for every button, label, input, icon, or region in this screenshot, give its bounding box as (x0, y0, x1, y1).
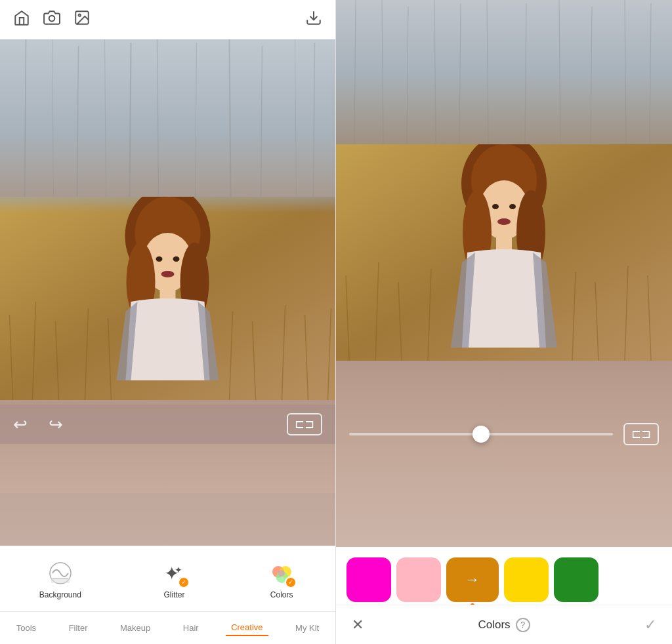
top-toolbar (0, 0, 335, 39)
right-panel: ⊏⊐ → ✕ Colors ? ✓ (336, 0, 672, 644)
glitter-icon: ✦ ✦ ⋆ ✓ (160, 559, 189, 588)
camera-icon[interactable] (43, 9, 60, 30)
color-swatch-magenta[interactable] (346, 557, 391, 602)
photo-person-right (336, 144, 672, 361)
photo-area-left: ↩ ↪ ⊏⊐ (0, 39, 335, 546)
tab-creative[interactable]: Creative (226, 620, 268, 636)
home-icon[interactable] (13, 9, 30, 30)
colors-label: Colors (270, 590, 293, 599)
left-panel: ↩ ↪ ⊏⊐ Background (0, 0, 336, 644)
svg-point-47 (278, 570, 285, 576)
bottom-tabs: Tools Filter Makeup Hair Creative My Kit (0, 611, 335, 644)
tab-hair[interactable]: Hair (178, 620, 204, 635)
glitter-label: Glitter (163, 590, 184, 599)
tool-colors[interactable]: ✓ Colors (267, 559, 296, 599)
tab-filter[interactable]: Filter (64, 620, 93, 635)
colors-title: Colors (478, 618, 510, 632)
svg-rect-48 (336, 0, 672, 144)
background-label: Background (39, 590, 81, 599)
svg-point-34 (156, 256, 163, 262)
svg-point-75 (492, 204, 499, 209)
photo-bg-top-right (336, 0, 672, 144)
slider-container (349, 433, 613, 435)
bottom-nav-tools: Background ✦ ✦ ⋆ ✓ Glitter (0, 546, 335, 611)
undo-button[interactable]: ↩ (13, 414, 28, 435)
slider-area: ⊏⊐ (336, 423, 672, 445)
colors-title-area: Colors ? (478, 618, 530, 632)
svg-rect-71 (474, 163, 534, 181)
svg-point-35 (173, 256, 180, 262)
tab-tools[interactable]: Tools (11, 620, 41, 635)
download-icon[interactable] (305, 9, 322, 30)
photo-bg-top-left (0, 39, 335, 197)
app-container: ↩ ↪ ⊏⊐ Background (0, 0, 672, 644)
slider-thumb[interactable] (472, 426, 490, 443)
tab-my-kit[interactable]: My Kit (290, 620, 324, 635)
photo-area-right: ⊏⊐ (336, 0, 672, 547)
svg-point-2 (79, 14, 81, 16)
background-icon (46, 559, 75, 588)
redo-button[interactable]: ↪ (49, 414, 63, 435)
svg-point-76 (509, 204, 516, 209)
toolbar-left (13, 9, 91, 30)
tool-background[interactable]: Background (39, 559, 81, 599)
cancel-button[interactable]: ✕ (352, 616, 364, 634)
photo-bg-bottom-right (336, 361, 672, 547)
svg-point-0 (49, 16, 55, 22)
svg-point-77 (497, 218, 511, 225)
color-swatch-pink[interactable] (396, 557, 441, 602)
undo-redo: ↩ ↪ (13, 414, 63, 435)
color-swatch-yellow[interactable] (504, 557, 549, 602)
svg-rect-4 (0, 39, 335, 197)
svg-rect-40 (51, 578, 70, 583)
gallery-icon[interactable] (74, 9, 91, 30)
color-swatch-green[interactable] (554, 557, 598, 602)
colors-row: → (336, 547, 672, 605)
controls-bar-left: ↩ ↪ ⊏⊐ (0, 405, 335, 444)
tool-glitter[interactable]: ✦ ✦ ⋆ ✓ Glitter (160, 559, 189, 599)
color-swatch-orange[interactable]: → (446, 557, 499, 602)
photo-person-left (0, 197, 335, 400)
svg-rect-30 (138, 216, 198, 233)
confirm-button[interactable]: ✓ (644, 616, 656, 634)
colors-icon: ✓ (267, 559, 296, 588)
tab-makeup[interactable]: Makeup (115, 620, 156, 635)
svg-point-36 (161, 271, 175, 277)
help-icon[interactable]: ? (516, 618, 530, 632)
right-bottom-bar: ✕ Colors ? ✓ (336, 605, 672, 644)
compare-button-right[interactable]: ⊏⊐ (623, 423, 659, 445)
compare-button-left[interactable]: ⊏⊐ (287, 413, 322, 435)
